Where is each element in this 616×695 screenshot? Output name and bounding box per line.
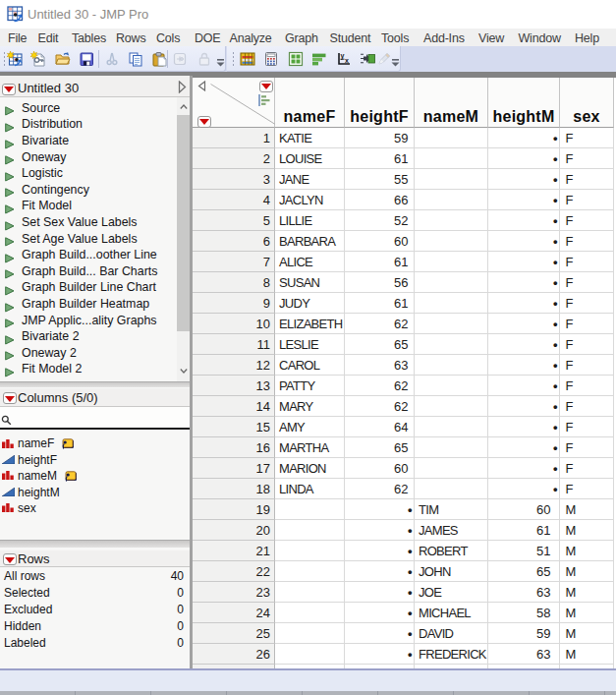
svg-text:x: x	[345, 57, 349, 64]
